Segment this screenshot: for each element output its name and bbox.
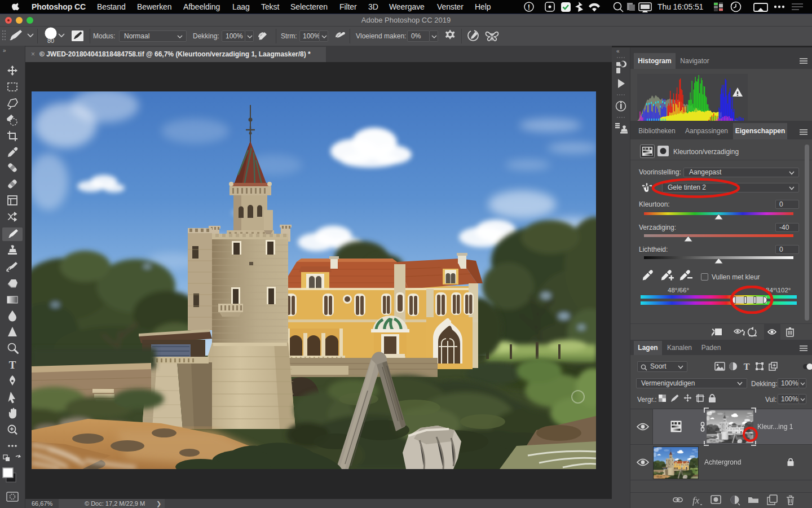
svg-text:»: » (3, 47, 6, 54)
svg-text:80: 80 (47, 37, 54, 44)
svg-text:T: T (9, 359, 16, 371)
svg-text:T: T (744, 362, 750, 371)
svg-text:fx: fx (692, 495, 700, 506)
svg-text:!: ! (528, 3, 530, 11)
svg-text:«: « (616, 48, 620, 54)
